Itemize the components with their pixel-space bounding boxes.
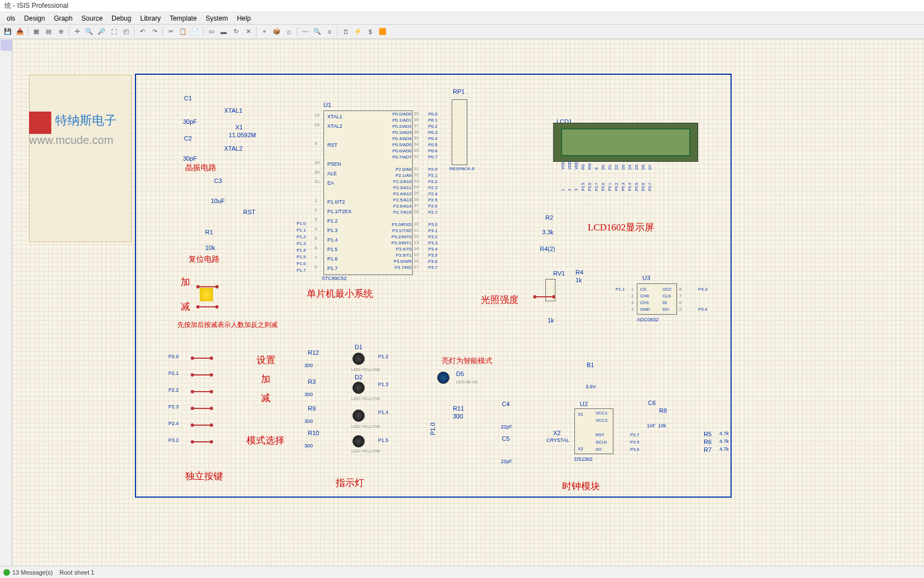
- d5-led[interactable]: [437, 372, 449, 384]
- side-overview[interactable]: [1, 40, 12, 51]
- light-intensity-label: 光照强度: [481, 293, 519, 306]
- schematic-canvas[interactable]: 特纳斯电子 www.mcude.com C1 30pF C2 30pF X1 1…: [12, 39, 924, 566]
- btn-net-4: P2.4: [168, 421, 179, 426]
- u1-pinnum-r-11: 23: [414, 179, 419, 184]
- indicator-label: 指示灯: [336, 476, 364, 489]
- origin-icon[interactable]: ⊕: [55, 26, 66, 37]
- bom-icon[interactable]: $: [365, 26, 376, 37]
- u1-pin-l-12: P1.3: [327, 228, 338, 233]
- u1-net-r-23: P3.5: [428, 253, 437, 258]
- button-row-4[interactable]: [191, 422, 213, 428]
- netlist-icon[interactable]: 🗒: [340, 26, 351, 37]
- u1-pinnum-l-5: 29: [315, 160, 320, 165]
- b1-ref: B1: [587, 362, 594, 368]
- d1-led[interactable]: [352, 353, 365, 365]
- u2-pin-r-0: VCC1: [596, 411, 607, 416]
- light-sw[interactable]: [533, 293, 555, 300]
- save-icon[interactable]: 💾: [2, 26, 13, 37]
- u2-pin-l-1: X2: [578, 446, 583, 451]
- status-sheet: Root sheet 1: [60, 569, 94, 576]
- redo-icon[interactable]: ↷: [149, 26, 160, 37]
- u1-net-l-3: P1.3: [297, 241, 306, 246]
- u1-pin-r-18: P3.0/RXD: [383, 222, 412, 227]
- lcd-pin-10: D4: [628, 165, 632, 170]
- pick-icon[interactable]: ⌖: [259, 26, 270, 37]
- lcd-pin-12: D6: [641, 165, 645, 170]
- lcd-net-6: P0.0: [601, 183, 605, 191]
- block-copy-icon[interactable]: ▭: [206, 26, 217, 37]
- copy-icon[interactable]: 📋: [177, 26, 188, 37]
- c1-ref: C1: [184, 95, 192, 102]
- search-icon[interactable]: 🔍: [312, 26, 323, 37]
- button-row-1[interactable]: [191, 372, 213, 378]
- r7-ref: R7: [704, 446, 712, 453]
- package-icon[interactable]: 📦: [271, 26, 282, 37]
- import-icon[interactable]: 📥: [14, 26, 26, 37]
- menu-template[interactable]: Template: [165, 13, 201, 23]
- menu-ols[interactable]: ols: [2, 13, 20, 23]
- ares-icon[interactable]: 🟧: [377, 26, 388, 37]
- button-sub[interactable]: [196, 304, 219, 310]
- paste-icon[interactable]: 📄: [190, 26, 201, 37]
- u1-net-r-14: P2.5: [428, 198, 437, 203]
- u1-pin-l-0: XTAL1: [327, 114, 342, 119]
- status-messages[interactable]: 13 Message(s): [3, 569, 53, 576]
- zoom-in-icon[interactable]: 🔍: [84, 26, 95, 37]
- u1-net-r-1: P0.1: [428, 118, 437, 123]
- c4-ref: C4: [502, 401, 510, 407]
- decompose-icon[interactable]: ⎌: [283, 26, 294, 37]
- menu-library[interactable]: Library: [136, 13, 165, 23]
- block-rotate-icon[interactable]: ↻: [230, 26, 241, 37]
- undo-icon[interactable]: ↶: [137, 26, 148, 37]
- rp1-body[interactable]: [452, 99, 467, 165]
- c2-val: 30pF: [183, 155, 197, 162]
- down-label: 减: [261, 392, 270, 404]
- r6-ref: R6: [704, 439, 712, 445]
- lcd-net-3: P2.5: [581, 183, 585, 191]
- center-icon[interactable]: ✛: [71, 26, 83, 37]
- button-row-2[interactable]: [191, 388, 213, 395]
- u1-pinnum-r-7: 32: [414, 154, 419, 159]
- zoom-fit-icon[interactable]: ⛶: [108, 26, 119, 37]
- d2-led[interactable]: [352, 382, 365, 394]
- zoom-out-icon[interactable]: 🔎: [96, 26, 107, 37]
- grid2-icon[interactable]: ▤: [43, 26, 54, 37]
- menu-graph[interactable]: Graph: [50, 13, 77, 23]
- button-row-3[interactable]: [191, 405, 213, 412]
- button-add[interactable]: [196, 283, 219, 290]
- zoom-area-icon[interactable]: ◰: [120, 26, 132, 37]
- cut-icon[interactable]: ✂: [165, 26, 176, 37]
- menu-system[interactable]: System: [201, 13, 233, 23]
- menu-design[interactable]: Design: [20, 13, 49, 23]
- addsub-note: 先按加后按减表示人数加反之则减: [177, 320, 278, 330]
- c3-val: 10uF: [211, 198, 225, 204]
- button-row-0[interactable]: [191, 355, 213, 362]
- lcd-net-8: P0.2: [615, 183, 618, 191]
- grid-icon[interactable]: ▦: [31, 26, 42, 37]
- menu-debug[interactable]: Debug: [107, 13, 136, 23]
- u3-pinnum-r-2: 6: [679, 300, 681, 305]
- u1-part: STC89C52: [322, 276, 347, 281]
- d3-led[interactable]: [352, 410, 365, 422]
- wire-al-icon[interactable]: 〰: [299, 26, 311, 37]
- u1-ref: U1: [323, 102, 331, 108]
- erc-icon[interactable]: ⚡: [352, 26, 364, 37]
- d4-led[interactable]: [352, 435, 365, 447]
- u1-net-r-7: P0.7: [428, 155, 437, 160]
- prop-icon[interactable]: ≡: [324, 26, 335, 37]
- u1-pinnum-r-10: 22: [414, 172, 419, 177]
- block-delete-icon[interactable]: ✕: [243, 26, 254, 37]
- u2-pin-r-1: VCC2: [596, 418, 607, 423]
- u3-pinnum-r-0: 8: [679, 287, 681, 292]
- block-move-icon[interactable]: ▬: [218, 26, 229, 37]
- r8-val: 10k: [658, 423, 666, 428]
- menu-source[interactable]: Source: [77, 13, 107, 23]
- u1-net-r-20: P3.2: [428, 234, 437, 239]
- lcd-net-12: P0.6: [641, 183, 645, 191]
- menu-help[interactable]: Help: [233, 13, 255, 23]
- r5-ref: R5: [704, 431, 712, 437]
- button-row-5[interactable]: [191, 439, 213, 445]
- u3-pin-l-2: CH1: [640, 300, 649, 305]
- u3-part: ADC0832: [637, 317, 659, 322]
- x2-ref: X2: [553, 430, 560, 436]
